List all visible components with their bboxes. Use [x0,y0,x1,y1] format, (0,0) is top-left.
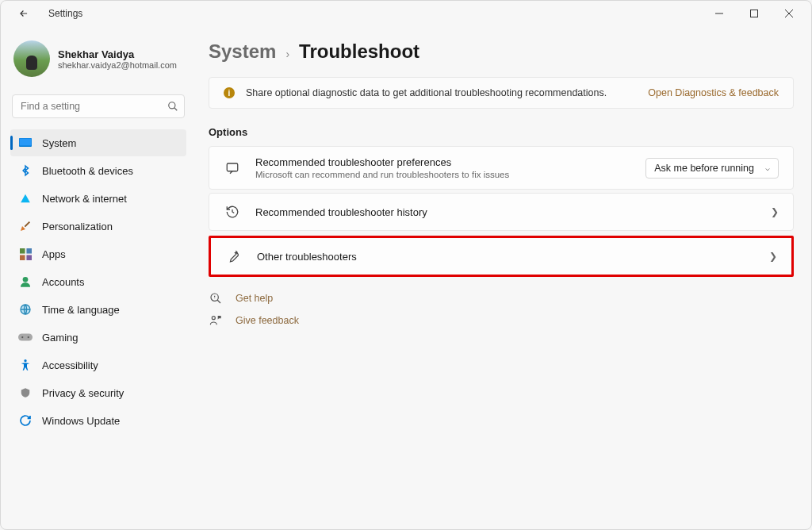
history-card[interactable]: Recommended troubleshooter history ❯ [209,193,794,231]
prefs-sub: Microsoft can recommend and run troubles… [255,170,631,179]
banner-text: Share optional diagnostic data to get ad… [246,87,637,98]
chevron-right-icon: ❯ [769,251,777,262]
svg-point-13 [24,359,26,362]
system-icon [18,136,33,150]
sidebar: Shekhar Vaidya shekhar.vaidya2@hotmail.c… [1,26,193,529]
sidebar-item-label: Accessibility [42,359,98,371]
get-help-link[interactable]: Get help [209,291,794,305]
sidebar-item-time-language[interactable]: Time & language [10,296,186,323]
svg-rect-5 [26,248,32,254]
titlebar: Settings [1,1,811,26]
chat-icon [224,159,241,177]
arrow-left-icon [18,8,29,19]
svg-point-12 [28,336,29,338]
privacy-icon [18,386,33,400]
search-container [12,94,185,118]
accessibility-icon [18,358,33,372]
prefs-dropdown[interactable]: Ask me before running ⌵ [645,158,779,179]
open-diagnostics-link[interactable]: Open Diagnostics & feedback [648,87,779,98]
sidebar-item-privacy[interactable]: Privacy & security [10,379,186,406]
history-row: Recommended troubleshooter history ❯ [209,194,793,230]
profile-name: Shekhar Vaidya [58,48,177,60]
give-feedback-label: Give feedback [236,315,299,326]
get-help-label: Get help [236,293,273,304]
svg-rect-7 [26,255,32,260]
sidebar-item-label: Gaming [42,332,79,344]
breadcrumb-troubleshoot: Troubleshoot [299,40,419,63]
svg-rect-4 [20,248,25,254]
svg-point-16 [212,317,215,320]
history-title: Recommended troubleshooter history [255,206,756,218]
options-label: Options [209,126,794,138]
apps-icon [18,247,33,261]
svg-rect-10 [18,334,33,341]
chevron-down-icon: ⌵ [765,163,770,172]
sidebar-item-network[interactable]: Network & internet [10,185,186,212]
window-controls [702,2,806,25]
prefs-row: Recommended troubleshooter preferences M… [209,147,793,189]
sidebar-item-accounts[interactable]: Accounts [10,268,186,295]
maximize-button[interactable] [737,2,772,25]
sidebar-item-gaming[interactable]: Gaming [10,324,186,351]
sidebar-item-label: Privacy & security [42,387,124,399]
maximize-icon [750,10,758,17]
history-text: Recommended troubleshooter history [255,206,756,218]
dropdown-value: Ask me before running [654,163,754,174]
sidebar-item-label: Time & language [42,304,120,316]
svg-point-8 [23,277,29,282]
help-links: Get help Give feedback [209,291,794,328]
profile-email: shekhar.vaidya2@hotmail.com [58,60,177,70]
close-button[interactable] [772,2,806,25]
sidebar-item-personalization[interactable]: Personalization [10,213,186,240]
other-text: Other troubleshooters [257,251,755,263]
search-input[interactable] [12,94,185,118]
chevron-right-icon: › [285,48,289,60]
wrench-icon [225,248,243,265]
user-profile[interactable]: Shekhar Vaidya shekhar.vaidya2@hotmail.c… [10,34,186,90]
sidebar-item-label: Apps [42,248,66,260]
search-icon [167,101,178,112]
sidebar-item-apps[interactable]: Apps [10,240,186,267]
help-icon [209,291,223,305]
svg-rect-3 [20,139,32,146]
info-icon: i [224,87,235,98]
chevron-right-icon: ❯ [771,206,779,217]
settings-window: Settings Shekhar Vaidya shekhar.vaidya2@… [0,0,812,530]
sidebar-item-label: Bluetooth & devices [42,165,133,177]
accounts-icon [18,275,33,289]
sidebar-item-windows-update[interactable]: Windows Update [10,407,186,434]
window-title: Settings [48,8,82,19]
body: Shekhar Vaidya shekhar.vaidya2@hotmail.c… [1,26,811,529]
prefs-text: Recommended troubleshooter preferences M… [255,156,631,179]
back-button[interactable] [18,8,37,19]
sidebar-item-label: Personalization [42,221,113,232]
personalization-icon [18,219,33,233]
sidebar-item-label: Windows Update [42,415,120,427]
svg-point-1 [169,102,175,109]
other-row: Other troubleshooters ❯ [211,238,791,275]
history-icon [224,203,241,221]
gaming-icon [18,330,33,344]
sidebar-item-accessibility[interactable]: Accessibility [10,351,186,378]
diagnostics-banner: i Share optional diagnostic data to get … [209,77,794,109]
main-content: System › Troubleshoot i Share optional d… [193,26,811,529]
nav: System Bluetooth & devices Network & int… [10,129,186,434]
profile-text: Shekhar Vaidya shekhar.vaidya2@hotmail.c… [58,48,177,70]
sidebar-item-label: Accounts [42,276,84,288]
other-title: Other troubleshooters [257,251,755,263]
sidebar-item-label: Network & internet [42,193,127,205]
svg-rect-6 [20,255,25,260]
time-language-icon [18,302,33,317]
give-feedback-link[interactable]: Give feedback [209,313,794,328]
prefs-card: Recommended troubleshooter preferences M… [209,146,794,190]
prefs-title: Recommended troubleshooter preferences [255,156,631,168]
breadcrumb-system[interactable]: System [209,40,276,63]
sidebar-item-bluetooth[interactable]: Bluetooth & devices [10,157,186,184]
other-troubleshooters-card[interactable]: Other troubleshooters ❯ [209,236,794,277]
svg-point-15 [211,294,218,301]
windows-update-icon [18,413,33,428]
breadcrumb: System › Troubleshoot [209,40,794,63]
minimize-button[interactable] [702,2,737,25]
sidebar-item-system[interactable]: System [10,129,186,156]
feedback-icon [209,313,223,328]
